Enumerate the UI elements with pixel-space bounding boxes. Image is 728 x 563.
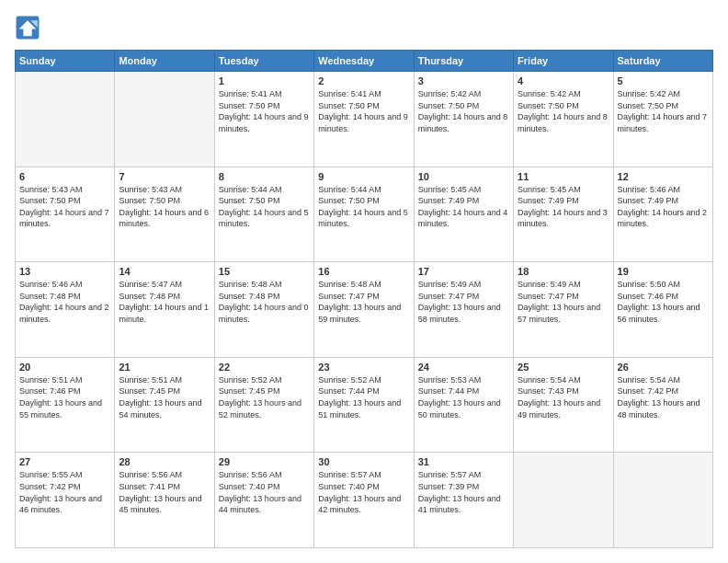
table-row: 5Sunrise: 5:42 AM Sunset: 7:50 PM Daylig… bbox=[613, 72, 712, 167]
header bbox=[15, 15, 713, 40]
day-info: Sunrise: 5:53 AM Sunset: 7:44 PM Dayligh… bbox=[418, 374, 509, 420]
table-row: 17Sunrise: 5:49 AM Sunset: 7:47 PM Dayli… bbox=[414, 262, 513, 358]
day-number: 26 bbox=[618, 362, 709, 373]
day-number: 10 bbox=[418, 171, 509, 182]
weekday-header: Thursday bbox=[414, 51, 513, 72]
calendar-week-row: 6Sunrise: 5:43 AM Sunset: 7:50 PM Daylig… bbox=[16, 167, 713, 262]
table-row: 4Sunrise: 5:42 AM Sunset: 7:50 PM Daylig… bbox=[514, 72, 613, 167]
table-row: 19Sunrise: 5:50 AM Sunset: 7:46 PM Dayli… bbox=[613, 262, 712, 358]
table-row bbox=[613, 453, 712, 548]
day-number: 14 bbox=[119, 266, 210, 277]
table-row: 7Sunrise: 5:43 AM Sunset: 7:50 PM Daylig… bbox=[115, 167, 214, 262]
table-row: 23Sunrise: 5:52 AM Sunset: 7:44 PM Dayli… bbox=[314, 357, 414, 453]
table-row: 16Sunrise: 5:48 AM Sunset: 7:47 PM Dayli… bbox=[314, 262, 414, 358]
weekday-header: Friday bbox=[514, 51, 613, 72]
calendar-week-row: 27Sunrise: 5:55 AM Sunset: 7:42 PM Dayli… bbox=[16, 453, 713, 548]
table-row: 3Sunrise: 5:42 AM Sunset: 7:50 PM Daylig… bbox=[414, 72, 513, 167]
day-number: 28 bbox=[119, 456, 210, 467]
day-number: 20 bbox=[19, 362, 110, 373]
table-row: 2Sunrise: 5:41 AM Sunset: 7:50 PM Daylig… bbox=[314, 72, 414, 167]
day-info: Sunrise: 5:47 AM Sunset: 7:48 PM Dayligh… bbox=[119, 279, 210, 325]
table-row: 15Sunrise: 5:48 AM Sunset: 7:48 PM Dayli… bbox=[214, 262, 313, 358]
day-info: Sunrise: 5:54 AM Sunset: 7:43 PM Dayligh… bbox=[518, 374, 609, 420]
day-info: Sunrise: 5:51 AM Sunset: 7:45 PM Dayligh… bbox=[119, 374, 210, 420]
day-number: 4 bbox=[518, 75, 609, 86]
weekday-header: Saturday bbox=[613, 51, 712, 72]
table-row: 20Sunrise: 5:51 AM Sunset: 7:46 PM Dayli… bbox=[16, 357, 115, 453]
weekday-header: Wednesday bbox=[314, 51, 414, 72]
table-row: 11Sunrise: 5:45 AM Sunset: 7:49 PM Dayli… bbox=[514, 167, 613, 262]
table-row: 21Sunrise: 5:51 AM Sunset: 7:45 PM Dayli… bbox=[115, 357, 214, 453]
day-info: Sunrise: 5:41 AM Sunset: 7:50 PM Dayligh… bbox=[219, 88, 310, 134]
day-info: Sunrise: 5:52 AM Sunset: 7:44 PM Dayligh… bbox=[318, 374, 409, 420]
day-info: Sunrise: 5:55 AM Sunset: 7:42 PM Dayligh… bbox=[19, 469, 110, 515]
day-number: 19 bbox=[618, 266, 709, 277]
day-number: 8 bbox=[219, 171, 310, 182]
calendar-head: SundayMondayTuesdayWednesdayThursdayFrid… bbox=[16, 51, 713, 72]
table-row: 18Sunrise: 5:49 AM Sunset: 7:47 PM Dayli… bbox=[514, 262, 613, 358]
day-info: Sunrise: 5:57 AM Sunset: 7:40 PM Dayligh… bbox=[318, 469, 409, 515]
calendar-week-row: 1Sunrise: 5:41 AM Sunset: 7:50 PM Daylig… bbox=[16, 72, 713, 167]
calendar-body: 1Sunrise: 5:41 AM Sunset: 7:50 PM Daylig… bbox=[16, 72, 713, 548]
day-info: Sunrise: 5:42 AM Sunset: 7:50 PM Dayligh… bbox=[518, 88, 609, 134]
day-info: Sunrise: 5:46 AM Sunset: 7:49 PM Dayligh… bbox=[618, 184, 709, 230]
day-number: 6 bbox=[19, 171, 110, 182]
calendar-week-row: 13Sunrise: 5:46 AM Sunset: 7:48 PM Dayli… bbox=[16, 262, 713, 358]
day-number: 3 bbox=[418, 75, 509, 86]
table-row: 1Sunrise: 5:41 AM Sunset: 7:50 PM Daylig… bbox=[214, 72, 313, 167]
day-info: Sunrise: 5:48 AM Sunset: 7:47 PM Dayligh… bbox=[318, 279, 409, 325]
day-info: Sunrise: 5:43 AM Sunset: 7:50 PM Dayligh… bbox=[119, 184, 210, 230]
day-number: 13 bbox=[19, 266, 110, 277]
day-info: Sunrise: 5:50 AM Sunset: 7:46 PM Dayligh… bbox=[618, 279, 709, 325]
day-number: 7 bbox=[119, 171, 210, 182]
day-info: Sunrise: 5:43 AM Sunset: 7:50 PM Dayligh… bbox=[19, 184, 110, 230]
day-info: Sunrise: 5:49 AM Sunset: 7:47 PM Dayligh… bbox=[418, 279, 509, 325]
table-row: 9Sunrise: 5:44 AM Sunset: 7:50 PM Daylig… bbox=[314, 167, 414, 262]
day-number: 5 bbox=[618, 75, 709, 86]
weekday-header: Sunday bbox=[16, 51, 115, 72]
day-info: Sunrise: 5:52 AM Sunset: 7:45 PM Dayligh… bbox=[219, 374, 310, 420]
logo-icon bbox=[15, 15, 40, 40]
day-info: Sunrise: 5:51 AM Sunset: 7:46 PM Dayligh… bbox=[19, 374, 110, 420]
day-number: 16 bbox=[318, 266, 409, 277]
table-row: 26Sunrise: 5:54 AM Sunset: 7:42 PM Dayli… bbox=[613, 357, 712, 453]
calendar-week-row: 20Sunrise: 5:51 AM Sunset: 7:46 PM Dayli… bbox=[16, 357, 713, 453]
logo bbox=[15, 15, 44, 40]
day-number: 21 bbox=[119, 362, 210, 373]
table-row: 8Sunrise: 5:44 AM Sunset: 7:50 PM Daylig… bbox=[214, 167, 313, 262]
table-row bbox=[115, 72, 214, 167]
calendar-table: SundayMondayTuesdayWednesdayThursdayFrid… bbox=[15, 50, 713, 548]
day-number: 11 bbox=[518, 171, 609, 182]
day-number: 9 bbox=[318, 171, 409, 182]
table-row: 24Sunrise: 5:53 AM Sunset: 7:44 PM Dayli… bbox=[414, 357, 513, 453]
table-row: 10Sunrise: 5:45 AM Sunset: 7:49 PM Dayli… bbox=[414, 167, 513, 262]
day-info: Sunrise: 5:54 AM Sunset: 7:42 PM Dayligh… bbox=[618, 374, 709, 420]
table-row: 30Sunrise: 5:57 AM Sunset: 7:40 PM Dayli… bbox=[314, 453, 414, 548]
weekday-header: Monday bbox=[115, 51, 214, 72]
table-row: 31Sunrise: 5:57 AM Sunset: 7:39 PM Dayli… bbox=[414, 453, 513, 548]
day-number: 15 bbox=[219, 266, 310, 277]
day-number: 1 bbox=[219, 75, 310, 86]
day-number: 22 bbox=[219, 362, 310, 373]
day-info: Sunrise: 5:41 AM Sunset: 7:50 PM Dayligh… bbox=[318, 88, 409, 134]
table-row: 29Sunrise: 5:56 AM Sunset: 7:40 PM Dayli… bbox=[214, 453, 313, 548]
day-info: Sunrise: 5:42 AM Sunset: 7:50 PM Dayligh… bbox=[618, 88, 709, 134]
day-number: 30 bbox=[318, 456, 409, 467]
day-info: Sunrise: 5:45 AM Sunset: 7:49 PM Dayligh… bbox=[418, 184, 509, 230]
day-number: 29 bbox=[219, 456, 310, 467]
day-info: Sunrise: 5:44 AM Sunset: 7:50 PM Dayligh… bbox=[318, 184, 409, 230]
day-number: 27 bbox=[19, 456, 110, 467]
day-info: Sunrise: 5:48 AM Sunset: 7:48 PM Dayligh… bbox=[219, 279, 310, 325]
table-row: 6Sunrise: 5:43 AM Sunset: 7:50 PM Daylig… bbox=[16, 167, 115, 262]
day-info: Sunrise: 5:46 AM Sunset: 7:48 PM Dayligh… bbox=[19, 279, 110, 325]
day-number: 17 bbox=[418, 266, 509, 277]
day-number: 2 bbox=[318, 75, 409, 86]
day-info: Sunrise: 5:56 AM Sunset: 7:40 PM Dayligh… bbox=[219, 469, 310, 515]
table-row: 14Sunrise: 5:47 AM Sunset: 7:48 PM Dayli… bbox=[115, 262, 214, 358]
day-info: Sunrise: 5:49 AM Sunset: 7:47 PM Dayligh… bbox=[518, 279, 609, 325]
day-number: 31 bbox=[418, 456, 509, 467]
day-info: Sunrise: 5:57 AM Sunset: 7:39 PM Dayligh… bbox=[418, 469, 509, 515]
table-row bbox=[16, 72, 115, 167]
table-row: 27Sunrise: 5:55 AM Sunset: 7:42 PM Dayli… bbox=[16, 453, 115, 548]
day-number: 25 bbox=[518, 362, 609, 373]
